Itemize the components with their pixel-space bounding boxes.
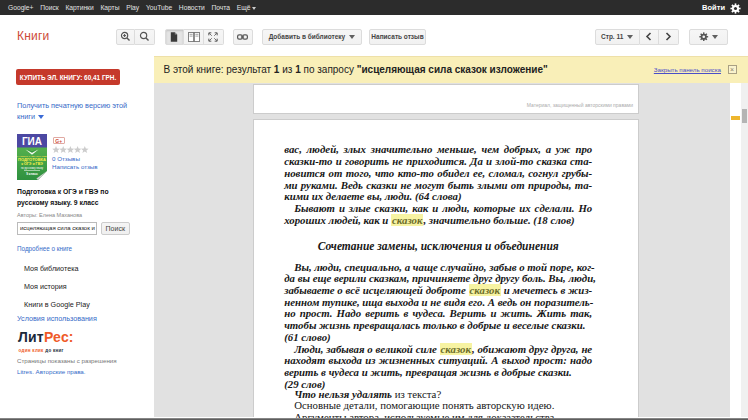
svg-text:9 класс: 9 класс — [26, 172, 38, 176]
svg-text:ГИА: ГИА — [22, 136, 42, 147]
svg-text:к ОГЭ и ГВЭ: к ОГЭ и ГВЭ — [21, 162, 43, 166]
svg-text:по русскому языку: по русскому языку — [21, 167, 44, 170]
